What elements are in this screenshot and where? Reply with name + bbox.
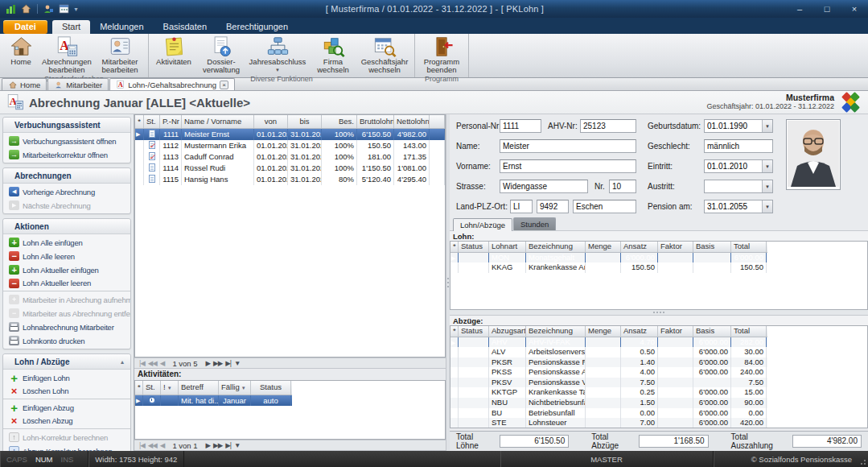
personal-nr-field[interactable] <box>500 119 541 133</box>
close-button[interactable]: × <box>841 1 868 17</box>
section-header[interactable]: Aktionen <box>3 219 130 234</box>
firma-wechseln-button[interactable]: Firma wechseln <box>310 35 356 75</box>
pager-nextpage-icon[interactable]: ▶▶ <box>213 441 222 449</box>
sidebar-item[interactable]: Vorherige Abrechnung <box>3 186 130 197</box>
mitarbeiter-bearbeiten-button[interactable]: Mitarbeiter bearbeiten <box>93 35 146 75</box>
combo-dropdown-icon[interactable]: ▼ <box>762 180 772 192</box>
sidebar-item[interactable]: Löschen Lohn <box>3 386 130 399</box>
home-button[interactable]: Home <box>2 35 40 75</box>
col-menge[interactable]: Menge <box>586 326 621 337</box>
activity-row[interactable]: Mit. hat di... Januar auto <box>135 395 292 406</box>
sidebar-item[interactable]: Verbuchungsassistent öffnen <box>3 135 130 147</box>
col-netto[interactable]: Nettolohn <box>394 115 430 128</box>
pager-next-icon[interactable]: ▶ <box>206 359 211 367</box>
land-field[interactable] <box>510 200 533 213</box>
pager-last-icon[interactable]: ▶| <box>225 359 231 367</box>
resize-grip[interactable] <box>858 451 868 467</box>
col-ansatz[interactable]: Ansatz <box>621 242 658 252</box>
section-header[interactable]: Lohn / Abzüge▴ <box>3 354 130 370</box>
abrechnungen-bearbeiten-button[interactable]: A Abrechnungen bearbeiten <box>40 35 93 75</box>
ribbon-tab[interactable]: Start <box>52 20 90 34</box>
ort-field[interactable] <box>573 200 636 213</box>
sidebar-item[interactable]: Lohn Alle leeren <box>3 250 130 262</box>
col-st[interactable]: St. <box>143 381 161 395</box>
tab-mitarbeiter[interactable]: Mitarbeiter <box>47 78 109 90</box>
col-name[interactable]: Name / Vorname <box>182 115 254 128</box>
pager-first-icon[interactable]: |◀ <box>139 359 145 367</box>
pension-am-field[interactable] <box>705 200 762 213</box>
calendar-quick-icon[interactable] <box>58 3 70 14</box>
vorname-field[interactable] <box>500 159 636 173</box>
employee-row[interactable]: 1111 Meister Ernst 01.01.2022 31.01.2022… <box>135 129 445 140</box>
plz-field[interactable] <box>537 200 569 213</box>
employee-row[interactable]: 1112 Mustermann Erika 01.01.2022 31.01.2… <box>135 140 445 151</box>
col-faktor[interactable]: Faktor <box>658 242 693 252</box>
sidebar-item[interactable]: Einfügen Lohn <box>3 372 130 383</box>
col-bes[interactable]: Bes. <box>322 115 357 128</box>
col-basis[interactable]: Basis <box>693 242 731 252</box>
abzug-row[interactable]: PKSS Pensionskasse Alte... 4.00 6'000.00… <box>450 367 767 378</box>
abzug-row[interactable]: PKSR Pensionskasse Risiko 1.40 6'000.00 … <box>450 357 767 368</box>
tab-home[interactable]: Home <box>2 78 47 90</box>
col-total[interactable]: Total <box>731 326 767 337</box>
lohn-row[interactable]: MON Monatsgehalt 6'000.00 6'000.00 <box>450 253 767 263</box>
filter-icon[interactable]: ▼ <box>167 386 172 391</box>
col-status[interactable]: Status <box>459 242 489 252</box>
sidebar-item[interactable]: Lohn Aktueller einfügen <box>3 264 130 275</box>
abzug-row[interactable]: AHV AHV-IV-FAK 4.70 6'000.00 282.00 <box>450 337 767 348</box>
pager-last-icon[interactable]: ▶| <box>225 441 231 449</box>
pager-filter-icon[interactable]: ▼ <box>234 441 240 449</box>
col-status[interactable]: Status <box>251 381 291 395</box>
col-brutto[interactable]: Bruttolohn <box>357 115 394 128</box>
pager-first-icon[interactable]: |◀ <box>139 441 145 449</box>
abzug-row[interactable]: ALV Arbeitslosenversich... 0.50 6'000.00… <box>450 347 767 357</box>
col-prio[interactable]: !▼ <box>161 381 179 395</box>
employee-row[interactable]: 1114 Rüssel Rudi 01.01.2022 31.01.2022 1… <box>135 163 445 174</box>
programm-beenden-button[interactable]: Programm beenden <box>417 35 467 75</box>
ribbon-tab[interactable]: Berechtigungen <box>216 20 298 34</box>
section-header[interactable]: Abrechnungen <box>3 168 130 184</box>
name-field[interactable] <box>500 139 636 153</box>
detail-tab[interactable]: Lohn/Abzüge <box>453 218 512 231</box>
col-bezeichnung[interactable]: Bezeichnung <box>526 326 586 337</box>
sidebar-item[interactable]: Mitarbeiter in Abrechung aufnehmen <box>3 294 130 305</box>
lohn-row[interactable]: KKAG Krankenkasse Arbeitg... 150.50 150.… <box>450 262 767 273</box>
col-faellig[interactable]: Fällig▼ <box>219 381 251 395</box>
combo-dropdown-icon[interactable]: ▼ <box>762 200 772 213</box>
employee-row[interactable]: 1113 Caduff Conrad 01.01.2022 31.01.2022… <box>135 151 445 163</box>
pager-prevpage-icon[interactable]: ◀◀ <box>148 441 157 449</box>
ahv-nr-field[interactable] <box>580 119 636 133</box>
sidebar-item[interactable]: Einfügen Abzug <box>3 402 130 413</box>
tab-close-icon[interactable]: × <box>220 81 228 89</box>
pager-next-icon[interactable]: ▶ <box>206 441 211 449</box>
ribbon-tab[interactable]: Meldungen <box>90 20 153 34</box>
pager-prev-icon[interactable]: ◀ <box>160 359 165 367</box>
eintritt-field[interactable] <box>705 160 762 172</box>
austritt-field[interactable] <box>705 180 762 192</box>
col-bis[interactable]: bis <box>288 115 322 128</box>
geburtsdatum-field[interactable] <box>705 120 762 132</box>
abzug-row[interactable]: STE Lohnsteuer 7.00 6'000.00 420.00 <box>450 418 767 428</box>
sidebar-item[interactable]: Lohnkonto drucken <box>3 335 130 346</box>
sidebar-item[interactable]: Mitarbeiterkorrektur öffnen <box>3 149 130 160</box>
maximize-button[interactable]: □ <box>813 1 841 17</box>
combo-dropdown-icon[interactable]: ▼ <box>762 160 772 172</box>
geschlecht-field[interactable] <box>704 139 773 153</box>
col-pnr[interactable]: P.-Nr <box>160 115 182 128</box>
col-ansatz[interactable]: Ansatz <box>621 326 658 337</box>
col-faktor[interactable]: Faktor <box>658 326 693 337</box>
hausnr-field[interactable] <box>609 180 636 193</box>
sidebar-item[interactable]: Löschen Abzug <box>3 415 130 429</box>
col-von[interactable]: von <box>254 115 288 128</box>
col-st[interactable]: St. <box>144 115 160 128</box>
sidebar-item[interactable]: Lohn-Korrektur berechnen <box>3 432 130 443</box>
aktivitaeten-button[interactable]: Aktivitäten <box>150 35 197 75</box>
abzug-row[interactable]: PKSV Pensionskasse Ver... 7.50 7.50 <box>450 378 767 388</box>
abzug-row[interactable]: NBU Nichtbetriebsunfall ... 1.50 6'000.0… <box>450 398 767 408</box>
sidebar-item[interactable]: Lohnabrechnung Mitarbeiter <box>3 321 130 333</box>
minimize-button[interactable]: – <box>786 1 813 17</box>
dossierverwaltung-button[interactable]: Dossier-verwaltung <box>197 35 245 75</box>
sidebar-item[interactable]: Lohn Alle einfügen <box>3 237 130 248</box>
section-header[interactable]: Verbuchungsassistent <box>3 118 130 133</box>
sidebar-item[interactable]: Abzug-Korrektur berechnen <box>3 445 130 451</box>
